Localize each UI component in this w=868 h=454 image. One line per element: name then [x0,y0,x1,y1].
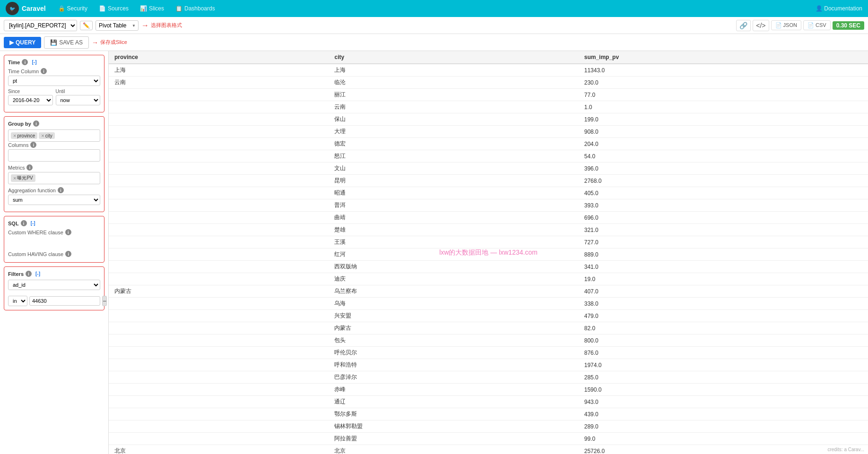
table-row: 内蒙古82.0 [109,322,868,334]
json-button[interactable]: 📄 JSON [771,20,801,30]
city-tag-remove[interactable]: × [41,133,44,138]
cell-value: 1974.0 [579,359,868,371]
top-nav: 🐦 Caravel 🔒 Security 📄 Sources 📊 Slices … [0,0,868,17]
json-icon: 📄 [775,22,782,28]
cell-province [109,371,329,384]
table-row: 普洱393.0 [109,199,868,212]
table-row: 北京北京25726.0 [109,445,868,454]
edit-datasource-button[interactable]: ✏️ [80,21,93,30]
metrics-pv-remove[interactable]: × [13,175,16,181]
table-row: 迪庆19.0 [109,273,868,285]
time-section-title: Time i [-] [8,59,100,65]
cell-province [109,310,329,322]
table-row: 文山396.0 [109,163,868,175]
filters-info: i [26,271,32,277]
city-tag: × city [39,132,54,139]
time-column-select[interactable]: pt [8,76,100,86]
filters-title: Filters i [-] [8,271,100,277]
cell-value: 1.0 [579,101,868,113]
code-icon-button[interactable]: </> [753,20,769,31]
cell-city: 阿拉善盟 [329,433,578,445]
time-section: Time i [-] Time Column i pt Since 2016-0… [4,55,104,112]
csv-button[interactable]: 📄 CSV [803,20,831,30]
filter-remove-button[interactable]: − [102,296,107,306]
time-collapse[interactable]: [-] [32,60,36,65]
metrics-tag-input[interactable]: × 曝光PV [8,172,100,184]
chart-type-select[interactable]: Pivot Table [95,20,139,31]
cell-city: 昭通 [329,187,578,199]
cell-value: 321.0 [579,224,868,236]
cell-city: 通辽 [329,396,578,408]
cell-value: 25726.0 [579,445,868,454]
datasource-select[interactable]: [kylin].[AD_REPORT2] [4,20,77,31]
cell-value: 54.0 [579,150,868,163]
cell-city: 乌兰察布 [329,285,578,298]
time-column-label: Time Column i [8,68,100,74]
filters-section: Filters i [-] ad_id in − [4,266,104,310]
cell-city: 红河 [329,248,578,261]
sql-section: SQL i [-] Custom WHERE clause i Custom H… [4,216,104,263]
cell-city: 兴安盟 [329,310,578,322]
filter-op-select[interactable]: in [8,296,27,306]
sql-collapse[interactable]: [-] [31,221,35,226]
cell-value: 407.0 [579,285,868,298]
table-row: 德宏204.0 [109,138,868,150]
cell-city: 巴彦淖尔 [329,371,578,384]
columns-tag-input[interactable] [8,149,100,162]
table-row: 西双版纳341.0 [109,261,868,273]
cell-province [109,236,329,248]
table-row: 曲靖696.0 [109,212,868,224]
filter-value-input[interactable] [29,296,100,306]
cell-city: 北京 [329,445,578,454]
cell-city: 普洱 [329,199,578,212]
table-row: 昭通405.0 [109,187,868,199]
cell-province: 内蒙古 [109,285,329,298]
since-select[interactable]: 2016-04-20 [8,95,53,105]
save-as-button[interactable]: 💾 SAVE AS [44,36,89,49]
table-row: 保山199.0 [109,113,868,126]
nav-slices[interactable]: 📊 Slices [135,3,169,14]
cell-city: 大理 [329,126,578,138]
cell-province: 上海 [109,64,329,77]
groupby-tag-input[interactable]: × province × city [8,129,100,142]
sql-info: i [21,220,27,226]
toolbar-right: 🔗 </> 📄 JSON 📄 CSV 0.30 SEC [736,20,864,31]
agg-select[interactable]: sum [8,195,100,205]
agg-label: Aggregation function i [8,187,100,193]
table-row: 怒江54.0 [109,150,868,163]
slices-icon: 📊 [140,5,147,12]
nav-documentation[interactable]: 👤 Documentation [816,5,862,12]
table-row: 呼和浩特1974.0 [109,359,868,371]
cell-province [109,420,329,433]
table-row: 兴安盟479.0 [109,310,868,322]
chart-type-wrapper: Pivot Table [95,20,139,31]
cell-city: 楚雄 [329,224,578,236]
nav-dashboards[interactable]: 📋 Dashboards [171,3,220,14]
province-tag-remove[interactable]: × [13,133,16,138]
until-select[interactable]: now [56,95,101,105]
filter-field-select[interactable]: ad_id [8,280,100,290]
cell-value: 479.0 [579,310,868,322]
nav-sources[interactable]: 📄 Sources [94,3,133,14]
col-city: city [329,51,578,64]
cell-province [109,101,329,113]
query-button[interactable]: ▶ QUERY [4,37,41,48]
cell-province [109,334,329,347]
table-row: 大理908.0 [109,126,868,138]
chart-type-annotation: 选择图表格式 [141,21,182,30]
cell-value: 876.0 [579,347,868,359]
cell-value: 77.0 [579,89,868,101]
table-row: 巴彦淖尔285.0 [109,371,868,384]
cell-province [109,384,329,396]
cell-city: 曲靖 [329,212,578,224]
col-province: province [109,51,329,64]
agg-info: i [58,187,64,193]
where-label: Custom WHERE clause i [8,229,100,235]
filters-collapse[interactable]: [-] [35,271,40,276]
nav-security[interactable]: 🔒 Security [53,3,92,14]
sources-icon: 📄 [99,5,106,12]
link-icon-button[interactable]: 🔗 [736,20,751,31]
cell-city: 德宏 [329,138,578,150]
table-row: 楚雄321.0 [109,224,868,236]
cell-value: 19.0 [579,273,868,285]
